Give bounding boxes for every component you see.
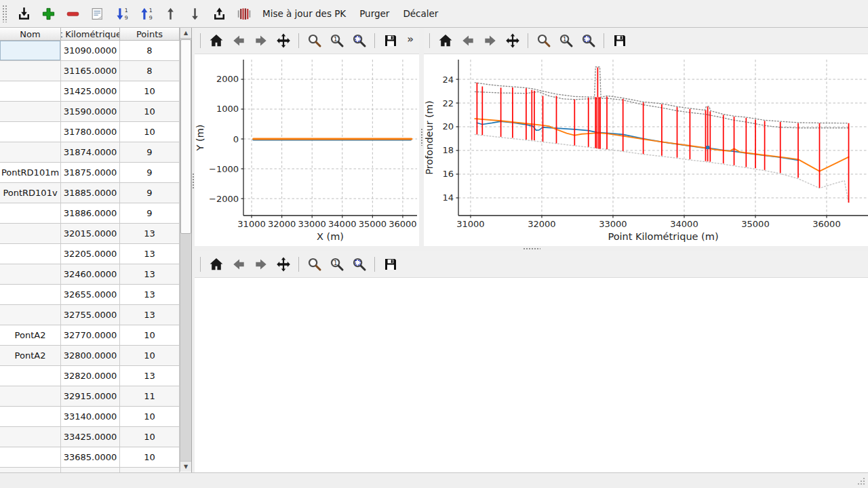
toolbar-grip[interactable]: [2, 5, 7, 22]
toolbar-overflow-button[interactable]: »: [407, 33, 414, 45]
table-row[interactable]: [0, 468, 180, 472]
save-button[interactable]: [609, 30, 630, 52]
pan-button[interactable]: [273, 253, 294, 274]
cell-points[interactable]: 10: [120, 447, 180, 468]
cell-points[interactable]: 10: [120, 346, 180, 366]
cell-pk[interactable]: 32800.0000: [61, 346, 120, 366]
cell-points[interactable]: 13: [120, 305, 180, 325]
table-row[interactable]: 31780.000010: [0, 122, 180, 142]
cell-pk[interactable]: 31874.0000: [61, 142, 120, 163]
zoom-to-one-button[interactable]: 1: [555, 30, 576, 52]
cell-points[interactable]: 9: [120, 183, 180, 203]
column-header-pk[interactable]: t Kilométrique: [61, 28, 120, 41]
table-row[interactable]: 32915.000011: [0, 386, 180, 407]
cell-pk[interactable]: 31780.0000: [61, 122, 120, 142]
cell-nom[interactable]: [0, 468, 61, 472]
cell-pk[interactable]: 31165.0000: [61, 61, 120, 81]
back-button[interactable]: [228, 253, 249, 274]
table-row[interactable]: 32015.000013: [0, 224, 180, 244]
cell-pk[interactable]: 32015.0000: [61, 224, 120, 244]
cell-nom[interactable]: [0, 142, 61, 163]
cell-pk[interactable]: 33425.0000: [61, 427, 120, 447]
save-button[interactable]: [380, 30, 401, 52]
plan-chart[interactable]: 310003200033000340003500036000200010000−…: [195, 54, 419, 246]
pan-button[interactable]: [273, 30, 294, 52]
cell-nom[interactable]: [0, 305, 61, 325]
cell-pk[interactable]: 32655.0000: [61, 285, 120, 305]
home-button[interactable]: [435, 30, 456, 52]
add-button[interactable]: [37, 2, 60, 25]
cell-nom[interactable]: [0, 244, 61, 264]
cell-points[interactable]: [120, 468, 180, 472]
cell-nom[interactable]: [0, 81, 61, 102]
zoom-to-one-button[interactable]: 1: [326, 253, 347, 274]
table-row[interactable]: 31886.00009: [0, 203, 180, 224]
cell-nom[interactable]: [0, 224, 61, 244]
column-header-nom[interactable]: Nom: [0, 28, 61, 41]
cell-pk[interactable]: 31590.0000: [61, 102, 120, 122]
cell-pk[interactable]: 31425.0000: [61, 81, 120, 102]
cell-nom[interactable]: [0, 203, 61, 224]
table-scrollbar[interactable]: ▲ ▼: [180, 28, 191, 472]
cell-pk[interactable]: 32460.0000: [61, 264, 120, 285]
table-row[interactable]: 32755.000013: [0, 305, 180, 325]
zoom-region-button[interactable]: [349, 30, 370, 52]
cell-pk[interactable]: 33140.0000: [61, 407, 120, 427]
home-button[interactable]: [205, 30, 226, 52]
cell-pk[interactable]: 33685.0000: [61, 447, 120, 468]
cell-points[interactable]: 13: [120, 224, 180, 244]
cell-pk[interactable]: 31886.0000: [61, 203, 120, 224]
purge-button[interactable]: Purger: [353, 2, 396, 25]
table-row[interactable]: 33425.000010: [0, 427, 180, 447]
cell-nom[interactable]: PontA2: [0, 346, 61, 366]
table-row[interactable]: 31425.000010: [0, 81, 180, 102]
cell-nom[interactable]: PontRD101m: [0, 163, 61, 183]
table-row[interactable]: 32205.000013: [0, 244, 180, 264]
export-button[interactable]: [208, 2, 231, 25]
scrollbar-thumb[interactable]: [180, 39, 191, 234]
cell-points[interactable]: 9: [120, 203, 180, 224]
zoom-button[interactable]: [304, 253, 325, 274]
cell-points[interactable]: 10: [120, 122, 180, 142]
cell-pk[interactable]: 32755.0000: [61, 305, 120, 325]
cell-nom[interactable]: [0, 264, 61, 285]
table-row[interactable]: 31090.00008: [0, 41, 180, 61]
cell-nom[interactable]: [0, 122, 61, 142]
zoom-to-one-button[interactable]: 1: [326, 30, 347, 52]
cell-points[interactable]: 13: [120, 264, 180, 285]
cell-pk[interactable]: 31885.0000: [61, 183, 120, 203]
table-row[interactable]: 32655.000013: [0, 285, 180, 305]
back-button[interactable]: [228, 30, 249, 52]
resize-grip-icon[interactable]: [856, 476, 866, 486]
plots-splitter[interactable]: [419, 28, 424, 246]
cell-nom[interactable]: [0, 285, 61, 305]
save-button[interactable]: [380, 253, 401, 274]
table-row[interactable]: 32820.000013: [0, 366, 180, 386]
cell-pk[interactable]: 32820.0000: [61, 366, 120, 386]
table-row[interactable]: PontA232770.000010: [0, 325, 180, 346]
cell-nom[interactable]: [0, 427, 61, 447]
cell-points[interactable]: 10: [120, 427, 180, 447]
forward-button[interactable]: [250, 253, 271, 274]
cell-nom[interactable]: PontRD101v: [0, 183, 61, 203]
cell-nom[interactable]: [0, 41, 61, 61]
remove-button[interactable]: [61, 2, 84, 25]
scroll-up-button[interactable]: ▲: [180, 28, 191, 39]
cell-points[interactable]: 8: [120, 61, 180, 81]
sections-button[interactable]: [232, 2, 255, 25]
zoom-region-button[interactable]: [578, 30, 599, 52]
cell-points[interactable]: 13: [120, 244, 180, 264]
cell-points[interactable]: 10: [120, 325, 180, 346]
move-up-button[interactable]: [159, 2, 182, 25]
table-row[interactable]: PontRD101m31875.00009: [0, 163, 180, 183]
cell-points[interactable]: 9: [120, 163, 180, 183]
sort-descending-button[interactable]: 1 9: [110, 2, 133, 25]
cell-nom[interactable]: [0, 366, 61, 386]
cell-nom[interactable]: [0, 61, 61, 81]
table-row[interactable]: 32460.000013: [0, 264, 180, 285]
cell-nom[interactable]: [0, 407, 61, 427]
column-header-points[interactable]: Points: [120, 28, 180, 41]
home-button[interactable]: [205, 253, 226, 274]
cell-pk[interactable]: 31090.0000: [61, 41, 120, 61]
cell-points[interactable]: 10: [120, 102, 180, 122]
